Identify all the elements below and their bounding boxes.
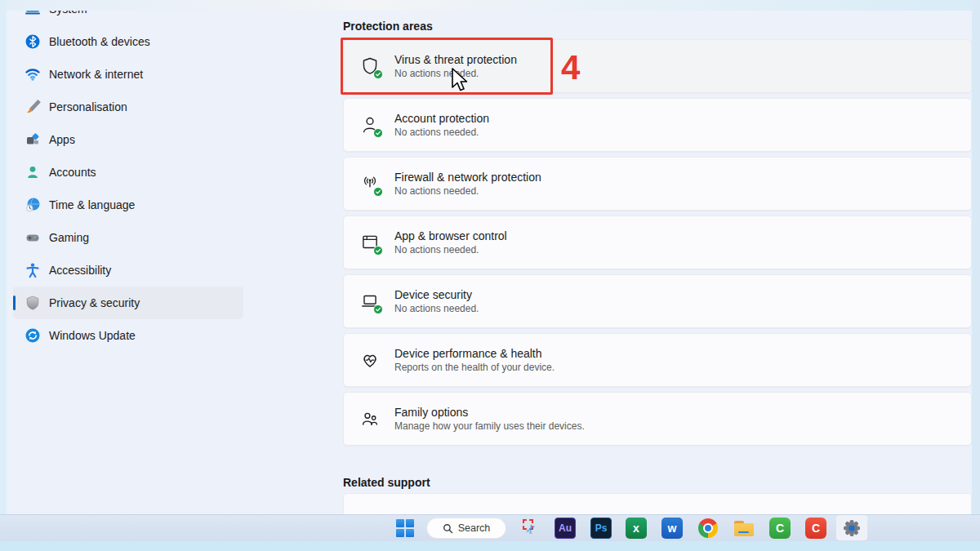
excel-icon[interactable]: x — [626, 518, 647, 539]
camtasia-recorder-icon[interactable]: C — [805, 518, 826, 539]
status-ok-badge — [373, 128, 383, 138]
status-ok-badge — [373, 187, 383, 197]
search-label: Search — [458, 522, 491, 534]
row-title: Family options — [394, 405, 585, 420]
sidebar-item-label: Accounts — [49, 166, 96, 179]
sidebar-item-privacy-security[interactable]: Privacy & security — [13, 287, 243, 319]
sidebar-item-label: Time & language — [49, 198, 135, 211]
chrome-icon[interactable] — [697, 518, 719, 539]
firewall-check-icon — [359, 173, 381, 194]
adobe-audition-icon[interactable]: Au — [555, 518, 576, 539]
row-device-security[interactable]: Device security No actions needed. — [343, 274, 972, 328]
annotation-step-number: 4 — [561, 49, 580, 87]
row-subtitle: No actions needed. — [394, 244, 507, 256]
browser-check-icon — [359, 232, 381, 253]
settings-gear-icon[interactable] — [841, 518, 862, 539]
sidebar-item-label: Personalisation — [49, 100, 127, 113]
protection-areas-title: Protection areas — [343, 20, 433, 33]
sidebar-item-label: Gaming — [49, 231, 89, 244]
row-device-performance-health[interactable]: Device performance & health Reports on t… — [343, 333, 972, 387]
sidebar-item-time-language[interactable]: Time & language — [13, 189, 243, 221]
adobe-photoshop-icon[interactable]: Ps — [590, 518, 612, 539]
related-support-title: Related support — [343, 476, 430, 489]
sidebar-item-network-internet[interactable]: Network & internet — [13, 58, 243, 91]
taskbar-search[interactable]: Search — [426, 518, 506, 539]
privacy-security-icon — [24, 295, 41, 311]
apps-icon — [24, 131, 41, 148]
sidebar-item-label: Bluetooth & devices — [49, 35, 150, 48]
mouse-cursor — [451, 68, 472, 97]
sidebar-item-personalisation[interactable]: Personalisation — [13, 91, 243, 123]
row-family-options[interactable]: Family options Manage how your family us… — [343, 392, 972, 446]
row-firewall-network-protection[interactable]: Firewall & network protection No actions… — [343, 157, 972, 211]
camtasia-icon[interactable]: C — [769, 518, 791, 539]
sidebar-item-label: Accessibility — [49, 264, 111, 277]
status-ok-badge — [373, 304, 383, 314]
sidebar-item-label: Apps — [49, 133, 75, 146]
sidebar-item-label: Privacy & security — [49, 296, 140, 309]
row-subtitle: No actions needed. — [394, 303, 479, 315]
desktop: System Bluetooth & devices Network & int… — [0, 0, 980, 551]
row-title: Device performance & health — [394, 346, 555, 361]
desktop-edge-top — [0, 0, 980, 11]
word-icon[interactable]: w — [662, 518, 683, 539]
row-title: Firewall & network protection — [394, 170, 541, 184]
sidebar-item-accounts[interactable]: Accounts — [13, 156, 243, 189]
file-explorer-icon[interactable] — [733, 518, 755, 539]
sidebar-item-bluetooth-devices[interactable]: Bluetooth & devices — [13, 25, 243, 58]
accounts-icon — [24, 164, 41, 180]
related-support-card[interactable] — [343, 493, 972, 514]
sidebar-item-label: Windows Update — [49, 329, 136, 342]
device-check-icon — [359, 291, 381, 312]
annotation-highlight-box — [341, 38, 553, 95]
desktop-edge-right — [972, 0, 980, 551]
accessibility-icon — [24, 262, 41, 278]
windows-update-icon — [24, 327, 41, 344]
row-title: Account protection — [394, 111, 489, 126]
row-subtitle: Manage how your family uses their device… — [394, 420, 585, 433]
sidebar-item-apps[interactable]: Apps — [13, 123, 243, 156]
row-title: App & browser control — [394, 229, 507, 243]
health-heart-icon — [359, 349, 381, 371]
sidebar-item-gaming[interactable]: Gaming — [13, 221, 243, 254]
sidebar-item-windows-update[interactable]: Windows Update — [13, 319, 243, 352]
row-app-browser-control[interactable]: App & browser control No actions needed. — [343, 216, 972, 269]
network-icon — [24, 66, 41, 82]
sidebar-item-label: Network & internet — [49, 68, 143, 81]
bluetooth-icon — [24, 33, 41, 50]
snipping-tool-icon[interactable]: ✂ — [520, 518, 541, 539]
windows-logo-icon — [396, 519, 414, 537]
personalisation-icon — [24, 99, 41, 115]
time-language-icon — [24, 197, 41, 213]
desktop-edge-left — [0, 0, 7, 551]
search-icon — [443, 523, 453, 534]
row-title: Device security — [394, 287, 479, 302]
account-check-icon — [359, 114, 381, 136]
row-subtitle: No actions needed. — [394, 185, 541, 198]
row-account-protection[interactable]: Account protection No actions needed. — [343, 98, 972, 152]
status-ok-badge — [373, 246, 383, 256]
windows-start-button[interactable] — [394, 518, 416, 539]
gaming-icon — [24, 229, 41, 246]
family-icon — [359, 408, 381, 429]
row-subtitle: Reports on the health of your device. — [394, 362, 555, 374]
sidebar-item-accessibility[interactable]: Accessibility — [13, 254, 243, 287]
desktop-edge-bottom — [0, 541, 980, 551]
row-subtitle: No actions needed. — [394, 127, 489, 139]
